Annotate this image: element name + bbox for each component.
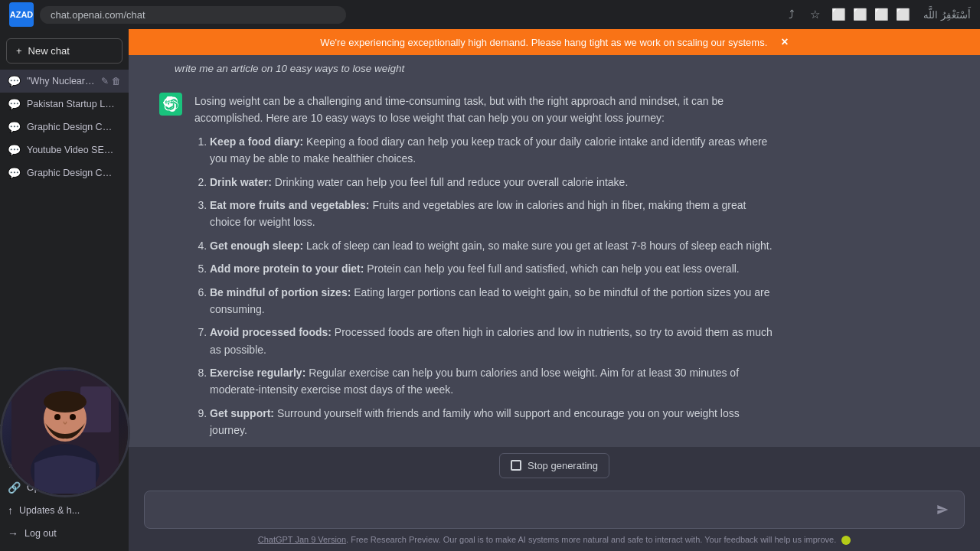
send-button[interactable] — [932, 499, 953, 520]
sidebar: + New chat 💬 "Why Nuclear Families ✎ 🗑 💬… — [0, 29, 129, 551]
sidebar-item-youtube[interactable]: 💬 Youtube Video SEO Recipe — [0, 139, 129, 161]
footer: ChatGPT Jan 9 Version. Free Research Pre… — [129, 532, 980, 551]
main-content: We're experiencing exceptionally high de… — [129, 29, 980, 551]
plus-icon: + — [16, 45, 22, 57]
updates-icon: ↑ — [8, 504, 13, 517]
assistant-message-content: Losing weight can be a challenging and t… — [194, 93, 776, 447]
list-item: Get enough sleep: Lack of sleep can lead… — [210, 237, 776, 254]
edit-icon[interactable]: ✎ — [101, 76, 109, 86]
list-item: Get support: Surround yourself with frie… — [210, 405, 776, 439]
sidebar-item-label-youtube: Youtube Video SEO Recipe — [27, 145, 115, 155]
new-chat-button[interactable]: + New chat — [6, 38, 122, 64]
browser-logo: AZAD — [9, 2, 34, 27]
chat-icon-5: 💬 — [8, 167, 21, 179]
browser-icon-ext3[interactable]: ⬜ — [874, 8, 888, 21]
browser-icon-ext1[interactable]: ⬜ — [831, 8, 845, 21]
sidebar-item-chat[interactable]: 💬 "Why Nuclear Families ✎ 🗑 — [0, 70, 129, 93]
sidebar-item-graphic-design-2[interactable]: 💬 Graphic Design Course Ad Co... — [0, 161, 129, 184]
notification-close-button[interactable]: × — [781, 35, 788, 49]
chat-icon-2: 💬 — [8, 98, 21, 110]
list-item: Add more protein to your diet: Protein c… — [210, 260, 776, 277]
app-container: + New chat 💬 "Why Nuclear Families ✎ 🗑 💬… — [0, 29, 980, 551]
gpt-logo-icon — [163, 96, 178, 112]
svg-point-5 — [44, 391, 87, 412]
notification-banner: We're experiencing exceptionally high de… — [129, 29, 980, 55]
sidebar-item-logout[interactable]: → Log out — [0, 522, 129, 545]
chat-icon-3: 💬 — [8, 121, 21, 133]
footer-link[interactable]: ChatGPT Jan 9 Version — [258, 535, 346, 544]
new-chat-label: New chat — [28, 45, 70, 57]
chat-icon: 💬 — [8, 75, 21, 87]
browser-icon-share[interactable]: ⤴ — [789, 8, 802, 21]
green-dot-indicator — [841, 536, 851, 545]
send-icon — [936, 504, 949, 516]
notification-text: We're experiencing exceptionally high de… — [320, 37, 767, 48]
person-svg — [11, 371, 119, 494]
stop-generating-button[interactable]: Stop generating — [499, 453, 609, 478]
messages-area[interactable]: write me an article on 10 easy ways to l… — [129, 55, 980, 447]
chat-icon-4: 💬 — [8, 144, 21, 156]
top-hint-text: write me an article on 10 easy ways to l… — [175, 63, 404, 74]
sidebar-item-label-logout: Log out — [24, 528, 57, 539]
chat-input[interactable] — [155, 500, 932, 519]
input-area — [129, 484, 980, 532]
delete-icon[interactable]: 🗑 — [112, 76, 121, 86]
input-box-wrap — [144, 491, 965, 529]
message-list: Keep a food diary: Keeping a food diary … — [194, 133, 776, 447]
logout-icon: → — [8, 527, 18, 540]
item-actions: ✎ 🗑 — [101, 76, 121, 86]
list-item: Eat more fruits and vegetables: Fruits a… — [210, 197, 776, 231]
webcam-overlay — [0, 367, 129, 497]
sidebar-item-label-why-nuclear: "Why Nuclear Families — [27, 76, 95, 86]
openai-icon: 🔗 — [8, 481, 21, 494]
footer-text: . Free Research Preview. Our goal is to … — [346, 535, 836, 544]
browser-icon-star[interactable]: ☆ — [810, 8, 824, 21]
sidebar-item-updates[interactable]: ↑ Updates & h... — [0, 499, 129, 522]
svg-point-6 — [54, 414, 60, 420]
browser-icons: ⤴ ☆ ⬜ ⬜ ⬜ ⬜ أَسْتَغْفِرُ اللَّه — [789, 8, 971, 21]
sidebar-item-pakistan[interactable]: 💬 Pakistan Startup Lags Israel — [0, 93, 129, 116]
browser-icon-ext4[interactable]: ⬜ — [896, 8, 910, 21]
sidebar-item-graphic-design-1[interactable]: 💬 Graphic Design Course Ad Co... — [0, 116, 129, 139]
stop-icon — [511, 460, 521, 471]
browser-url-bar[interactable]: chat.openai.com/chat — [40, 6, 346, 24]
browser-icon-ext2[interactable]: ⬜ — [853, 8, 867, 21]
assistant-message-row: Losing weight can be a challenging and t… — [129, 82, 980, 447]
svg-point-7 — [70, 414, 76, 420]
stop-generating-label: Stop generating — [528, 460, 598, 471]
browser-bar: AZAD chat.openai.com/chat ⤴ ☆ ⬜ ⬜ ⬜ ⬜ أَ… — [0, 0, 980, 29]
list-item: Be mindful of portion sizes: Eating larg… — [210, 284, 776, 318]
list-item: Exercise regularly: Regular exercise can… — [210, 364, 776, 399]
sidebar-item-label-graphic1: Graphic Design Course Ad Co... — [27, 122, 115, 132]
webcam-inner — [2, 370, 128, 495]
list-item: Avoid processed foods: Processed foods a… — [210, 324, 776, 358]
message-intro: Losing weight can be a challenging and t… — [194, 93, 776, 127]
top-message-hint: write me an article on 10 easy ways to l… — [129, 55, 980, 82]
sidebar-item-label-pakistan: Pakistan Startup Lags Israel — [27, 99, 115, 109]
list-item: Keep a food diary: Keeping a food diary … — [210, 133, 776, 168]
sidebar-item-label-graphic2: Graphic Design Course Ad Co... — [27, 168, 115, 178]
gpt-avatar — [159, 93, 182, 116]
stop-generating-area: Stop generating — [129, 447, 980, 484]
list-item: Drink water: Drinking water can help you… — [210, 174, 776, 191]
arabic-text: أَسْتَغْفِرُ اللَّه — [923, 9, 971, 21]
sidebar-item-label-updates: Updates & h... — [19, 505, 80, 516]
